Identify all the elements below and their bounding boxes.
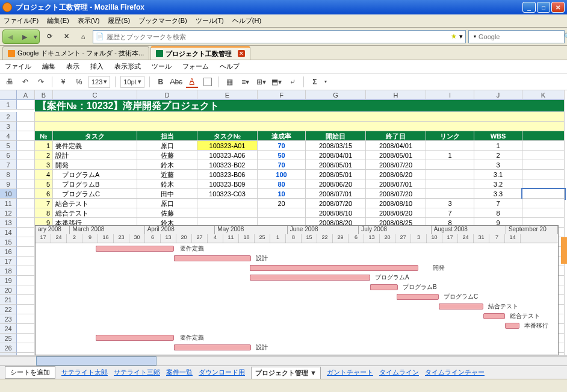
cell-progress[interactable]: 20 <box>258 199 306 208</box>
gantt-bar[interactable] <box>96 246 174 252</box>
row-header[interactable]: 11 <box>0 199 17 208</box>
cell-wbs[interactable]: 3 <box>474 160 522 170</box>
reload-button[interactable]: ⟳ <box>42 30 57 44</box>
horizontal-scrollbar[interactable] <box>0 356 567 366</box>
cell-link[interactable] <box>426 189 474 199</box>
column-header[interactable]: J <box>474 90 522 100</box>
ff-menu-view[interactable]: 表示(V) <box>78 16 100 25</box>
row-header[interactable]: 9 <box>0 179 17 189</box>
align-button[interactable]: ≡▾ <box>240 76 252 88</box>
gantt-bar[interactable] <box>174 255 251 261</box>
row-header[interactable]: 1 <box>0 100 17 110</box>
spreadsheet-grid[interactable]: ABCDEFGHIJK1【案件№：10232】湾岸開発プロジェクト234№タスク… <box>0 90 567 356</box>
cell-owner[interactable]: 鈴木 <box>137 160 197 170</box>
cell-link[interactable]: 7 <box>426 208 474 218</box>
scrollbar-thumb[interactable] <box>36 356 156 366</box>
redo-icon[interactable]: ↷ <box>35 76 47 88</box>
cell-link[interactable]: 1 <box>426 151 474 160</box>
browser-tab[interactable]: Google ドキュメント - フォルダ - 技術本... <box>2 46 149 60</box>
cell-end[interactable]: 2008/07/01 <box>366 179 426 189</box>
table-header-cell[interactable] <box>522 131 565 141</box>
url-bar[interactable]: 📄 ★ ▾ <box>93 30 466 43</box>
cell-taskno[interactable]: 100323-B06 <box>197 170 258 179</box>
cell[interactable] <box>17 228 35 237</box>
cell-no[interactable]: 8 <box>35 208 53 218</box>
nav-dropdown[interactable]: ▾ <box>32 30 39 45</box>
sheet-tab[interactable]: サテライト三郎 <box>114 368 160 377</box>
table-header-cell[interactable]: 開始日 <box>306 131 366 141</box>
column-header[interactable]: C <box>53 90 137 100</box>
cell[interactable] <box>17 160 35 170</box>
table-header-cell[interactable]: 終了日 <box>366 131 426 141</box>
gantt-bar[interactable] <box>505 323 519 329</box>
sheet-tab[interactable]: 案件一覧 <box>166 368 193 377</box>
cell-owner[interactable]: 田中 <box>137 189 197 199</box>
cell[interactable] <box>522 179 565 189</box>
row-header[interactable]: 16 <box>0 247 17 257</box>
row-header[interactable]: 4 <box>0 131 17 141</box>
column-header[interactable]: H <box>366 90 426 100</box>
row-header[interactable]: 2 <box>0 112 17 122</box>
row-header[interactable]: 18 <box>0 266 17 276</box>
row-header[interactable]: 13 <box>0 218 17 228</box>
ff-menu-edit[interactable]: 編集(E) <box>47 16 69 25</box>
number-format-select[interactable]: 123 ▾ <box>88 76 110 88</box>
cell-wbs[interactable]: 8 <box>474 208 522 218</box>
cell-wbs[interactable]: 3.3 <box>474 189 522 199</box>
cell[interactable] <box>17 247 35 257</box>
text-color-button[interactable]: A <box>186 76 198 88</box>
merge-button[interactable]: ⬒▾ <box>271 76 283 88</box>
cell-progress[interactable]: 50 <box>258 151 306 160</box>
column-header[interactable]: K <box>522 90 565 100</box>
cell-taskno[interactable]: 100323-A01 <box>197 141 258 151</box>
percent-button[interactable]: % <box>73 76 85 88</box>
table-header-cell[interactable]: タスク <box>53 131 137 141</box>
gantt-bar[interactable] <box>250 265 418 271</box>
table-header-cell[interactable]: № <box>35 131 53 141</box>
cell-end[interactable]: 2008/08/20 <box>366 208 426 218</box>
cell[interactable] <box>17 334 35 343</box>
bold-button[interactable]: B <box>155 76 167 88</box>
ss-menu-file[interactable]: ファイル <box>5 62 31 71</box>
browser-tab-active[interactable]: プロジェクト工数管理 ✕ <box>150 46 250 60</box>
search-input[interactable] <box>479 33 562 40</box>
cell[interactable] <box>17 285 35 295</box>
cell-taskno[interactable] <box>197 208 258 218</box>
cell[interactable] <box>17 100 35 110</box>
column-header[interactable]: F <box>258 90 306 100</box>
row-header[interactable]: 14 <box>0 228 17 237</box>
cell-end[interactable]: 2008/04/01 <box>366 141 426 151</box>
sheet-tab[interactable]: ダウンロード用 <box>199 368 245 377</box>
row-header[interactable]: 6 <box>0 151 17 160</box>
sheet-tab[interactable]: タイムラインチャー <box>425 368 485 377</box>
row-header[interactable]: 17 <box>0 257 17 266</box>
cell[interactable] <box>17 353 35 356</box>
column-header[interactable]: D <box>137 90 197 100</box>
cell-progress[interactable]: 70 <box>258 141 306 151</box>
cell-task[interactable]: プログラムB <box>53 179 137 189</box>
gantt-bar[interactable] <box>96 335 174 341</box>
cell-link[interactable]: 3 <box>426 199 474 208</box>
row-header[interactable]: 21 <box>0 295 17 305</box>
cell-owner[interactable]: 鈴木 <box>137 179 197 189</box>
row-header[interactable]: 5 <box>0 141 17 151</box>
close-button[interactable]: ✕ <box>551 2 565 13</box>
search-go-icon[interactable]: 🔍 <box>564 33 567 40</box>
cell[interactable] <box>17 343 35 353</box>
sheet-tab[interactable]: サテライト太郎 <box>61 368 108 377</box>
back-button[interactable]: ◀ <box>3 30 17 45</box>
row-header[interactable]: 10 <box>0 189 17 199</box>
ss-menu-insert[interactable]: 挿入 <box>90 62 104 71</box>
cell[interactable] <box>17 131 35 141</box>
cell-no[interactable]: 3 <box>35 160 53 170</box>
gantt-bar[interactable] <box>250 275 370 281</box>
cell[interactable] <box>17 324 35 334</box>
stop-button[interactable]: ✕ <box>59 30 73 44</box>
cell[interactable] <box>17 314 35 324</box>
cell-no[interactable]: 6 <box>35 189 53 199</box>
cell-taskno[interactable]: 100323-A06 <box>197 151 258 160</box>
cell-end[interactable]: 2008/06/20 <box>366 170 426 179</box>
cell[interactable] <box>17 305 35 314</box>
ff-menu-bookmarks[interactable]: ブックマーク(B) <box>138 16 187 25</box>
cell-owner[interactable]: 佐藤 <box>137 208 197 218</box>
